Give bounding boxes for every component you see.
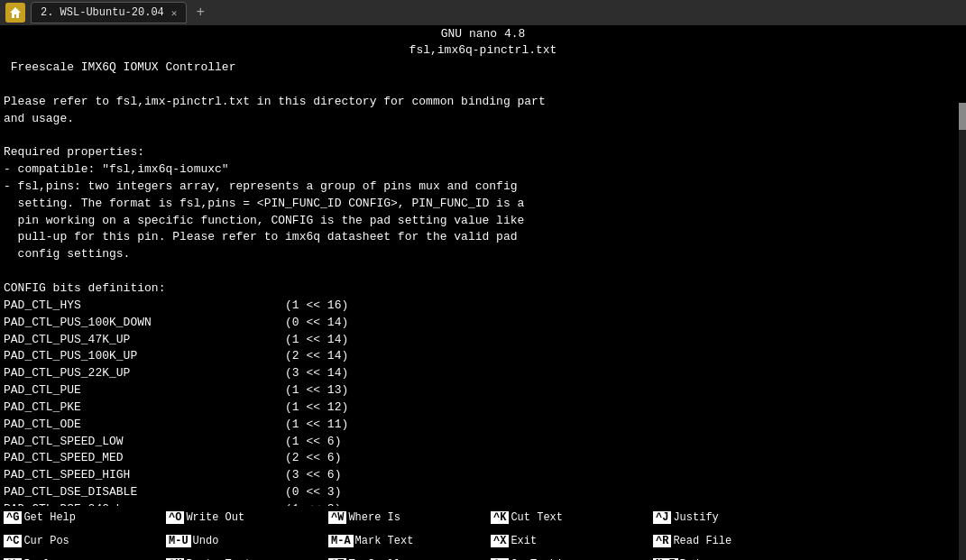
shortcut-item-4[interactable]: ^JJustify bbox=[649, 506, 812, 529]
shortcut-label-4: Justify bbox=[673, 511, 718, 524]
shortcut-item-9[interactable]: ^RRead File bbox=[649, 529, 812, 553]
editor-container: Freescale IMX6Q IOMUX Controller Please … bbox=[0, 58, 966, 506]
shortcut-key-8: ^X bbox=[491, 535, 509, 547]
terminal-tab[interactable]: 2. WSL-Ubuntu-20.04 ✕ bbox=[31, 2, 187, 23]
shortcut-item-13[interactable]: ^_Go To Line bbox=[487, 553, 649, 560]
shortcut-label-3: Cut Text bbox=[511, 511, 563, 524]
shortcuts-bar: ^GGet Help^OWrite Out^WWhere Is^KCut Tex… bbox=[0, 506, 966, 553]
shortcut-label-6: Undo bbox=[193, 535, 219, 547]
shortcut-item-14[interactable]: M-ERedo bbox=[649, 553, 812, 560]
editor-content[interactable]: Freescale IMX6Q IOMUX Controller Please … bbox=[0, 58, 966, 506]
shortcut-key-9: ^R bbox=[653, 535, 671, 547]
shortcut-item-0[interactable]: ^GGet Help bbox=[0, 506, 162, 529]
shortcut-key-1: ^O bbox=[166, 511, 184, 524]
shortcut-item-6[interactable]: M-UUndo bbox=[162, 529, 325, 553]
shortcut-key-3: ^K bbox=[491, 511, 509, 524]
file-title-bar: fsl,imx6q-pinctrl.txt bbox=[0, 42, 966, 58]
tab-label: 2. WSL-Ubuntu-20.04 bbox=[41, 6, 164, 19]
shortcut-key-0: ^G bbox=[4, 511, 22, 524]
home-icon[interactable] bbox=[5, 3, 25, 23]
scrollbar[interactable] bbox=[959, 103, 966, 560]
shortcut-label-0: Get Help bbox=[23, 511, 76, 524]
nano-top-bar: GNU nano 4.8 bbox=[0, 25, 966, 42]
shortcut-key-6: M-U bbox=[166, 535, 191, 547]
nano-version-label: GNU nano 4.8 bbox=[441, 27, 526, 41]
shortcut-item-11[interactable]: ^UPaste Text bbox=[162, 553, 325, 560]
shortcut-key-7: M-A bbox=[328, 535, 354, 547]
shortcut-label-5: Cur Pos bbox=[23, 535, 69, 547]
svg-marker-0 bbox=[10, 7, 21, 18]
shortcut-item-7[interactable]: M-AMark Text bbox=[325, 529, 487, 553]
shortcut-key-2: ^W bbox=[328, 511, 346, 524]
scrollbar-thumb[interactable] bbox=[959, 103, 966, 130]
editor-wrapper: Freescale IMX6Q IOMUX Controller Please … bbox=[0, 58, 966, 506]
shortcut-item-2[interactable]: ^WWhere Is bbox=[325, 506, 487, 529]
shortcut-item-12[interactable]: ^TTo Spell bbox=[325, 553, 487, 560]
shortcut-label-9: Read File bbox=[673, 535, 731, 547]
tab-close-button[interactable]: ✕ bbox=[171, 7, 178, 19]
shortcut-item-1[interactable]: ^OWrite Out bbox=[162, 506, 325, 529]
shortcut-key-4: ^J bbox=[653, 511, 671, 524]
new-tab-button[interactable]: + bbox=[192, 5, 208, 21]
shortcut-item-3[interactable]: ^KCut Text bbox=[487, 506, 649, 529]
shortcut-key-5: ^C bbox=[4, 535, 22, 547]
shortcut-label-8: Exit bbox=[511, 535, 537, 547]
file-title-text: fsl,imx6q-pinctrl.txt bbox=[409, 43, 557, 57]
shortcut-label-1: Write Out bbox=[186, 511, 244, 524]
shortcut-item-8[interactable]: ^XExit bbox=[487, 529, 649, 553]
shortcut-label-2: Where Is bbox=[348, 511, 400, 524]
title-bar: 2. WSL-Ubuntu-20.04 ✕ + bbox=[0, 0, 966, 25]
shortcut-label-7: Mark Text bbox=[355, 535, 414, 547]
shortcut-item-10[interactable]: ^\Replace bbox=[0, 553, 162, 560]
shortcut-item-5[interactable]: ^CCur Pos bbox=[0, 529, 162, 553]
